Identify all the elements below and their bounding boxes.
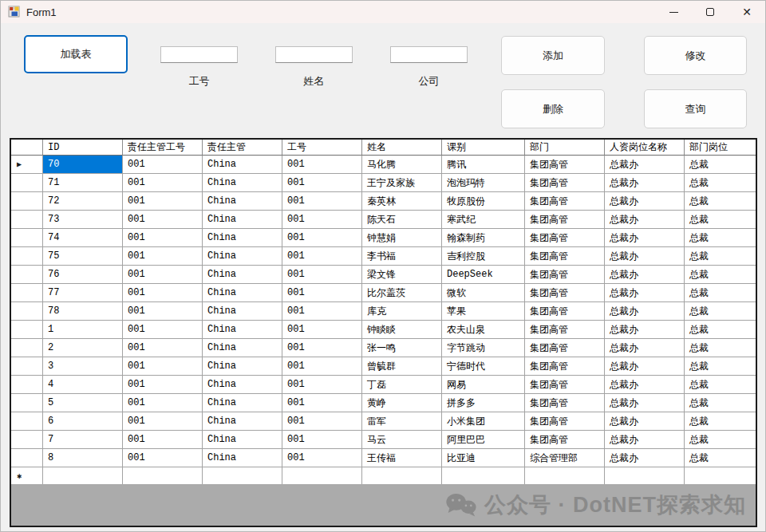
grid-cell[interactable]: 001 — [123, 229, 203, 247]
table-row[interactable]: 2001China001张一鸣字节跳动集团高管总裁办总裁 — [11, 339, 756, 357]
grid-cell[interactable]: 总裁 — [685, 229, 756, 247]
grid-cell[interactable] — [123, 467, 203, 486]
table-row[interactable]: 73001China001陈天石寒武纪集团高管总裁办总裁 — [11, 211, 756, 229]
grid-cell[interactable]: 苹果 — [442, 302, 525, 321]
grid-cell[interactable]: 001 — [123, 266, 203, 284]
grid-cell[interactable]: 001 — [282, 412, 362, 431]
grid-cell[interactable]: 总裁办 — [605, 357, 685, 376]
grid-cell[interactable]: 宁德时代 — [442, 357, 525, 376]
grid-cell[interactable]: 001 — [282, 284, 362, 302]
grid-cell[interactable]: 7 — [43, 431, 123, 449]
grid-cell[interactable]: 总裁 — [685, 394, 756, 412]
grid-cell[interactable]: 001 — [123, 394, 203, 412]
table-row[interactable]: 1001China001钟睒睒农夫山泉集团高管总裁办总裁 — [11, 321, 756, 339]
grid-cell[interactable]: 001 — [282, 192, 362, 211]
grid-cell[interactable]: 77 — [43, 284, 123, 302]
row-header[interactable] — [11, 266, 43, 284]
grid-cell[interactable]: 总裁 — [685, 192, 756, 211]
grid-cell[interactable]: 001 — [123, 174, 203, 192]
grid-cell[interactable]: 总裁办 — [605, 339, 685, 357]
company-input[interactable] — [390, 46, 468, 63]
grid-cell[interactable] — [362, 467, 442, 486]
row-header[interactable] — [11, 431, 43, 449]
grid-cell[interactable]: 集团高管 — [525, 247, 605, 266]
row-header[interactable] — [11, 247, 43, 266]
grid-cell[interactable] — [43, 467, 123, 486]
query-button[interactable]: 查询 — [644, 89, 747, 128]
row-header[interactable] — [11, 192, 43, 211]
row-header[interactable] — [11, 284, 43, 302]
grid-cell[interactable]: 001 — [282, 357, 362, 376]
grid-cell[interactable]: 集团高管 — [525, 211, 605, 229]
grid-cell[interactable]: 总裁办 — [605, 247, 685, 266]
grid-cell[interactable]: 72 — [43, 192, 123, 211]
grid-cell[interactable]: China — [203, 192, 282, 211]
row-header[interactable]: ▶ — [11, 156, 43, 174]
grid-cell[interactable]: 总裁 — [685, 321, 756, 339]
grid-cell[interactable] — [605, 467, 685, 486]
grid-cell[interactable]: 总裁 — [685, 376, 756, 394]
grid-cell[interactable]: 王宁及家族 — [362, 174, 442, 192]
grid-cell[interactable]: 比亚迪 — [442, 449, 525, 467]
table-row[interactable]: 72001China001秦英林牧原股份集团高管总裁办总裁 — [11, 192, 756, 211]
table-row[interactable]: ▶70001China001马化腾腾讯集团高管总裁办总裁 — [11, 156, 756, 174]
grid-cell[interactable]: 001 — [282, 394, 362, 412]
load-table-button[interactable]: 加载表 — [24, 35, 128, 73]
grid-cell[interactable]: 总裁办 — [605, 284, 685, 302]
grid-cell[interactable]: 集团高管 — [525, 174, 605, 192]
grid-cell[interactable]: 总裁办 — [605, 321, 685, 339]
grid-cell[interactable]: 总裁 — [685, 247, 756, 266]
grid-cell[interactable]: 马化腾 — [362, 156, 442, 174]
table-row[interactable]: 74001China001钟慧娟翰森制药集团高管总裁办总裁 — [11, 229, 756, 247]
grid-cell[interactable]: 比尔盖茨 — [362, 284, 442, 302]
grid-cell[interactable]: 71 — [43, 174, 123, 192]
grid-cell[interactable]: 70 — [43, 156, 123, 174]
new-table-row[interactable]: ✱ — [11, 467, 756, 486]
grid-cell[interactable]: 5 — [43, 394, 123, 412]
grid-cell[interactable]: 001 — [282, 229, 362, 247]
table-row[interactable]: 5001China001黄峥拼多多集团高管总裁办总裁 — [11, 394, 756, 412]
grid-cell[interactable]: 综合管理部 — [525, 449, 605, 467]
row-header[interactable] — [11, 449, 43, 467]
grid-cell[interactable]: 泡泡玛特 — [442, 174, 525, 192]
grid-cell[interactable]: 74 — [43, 229, 123, 247]
grid-cell[interactable]: 001 — [282, 156, 362, 174]
row-header[interactable] — [11, 412, 43, 431]
grid-cell[interactable] — [525, 467, 605, 486]
grid-cell[interactable] — [442, 467, 525, 486]
close-button[interactable]: ✕ — [728, 1, 765, 23]
grid-cell[interactable]: 总裁 — [685, 211, 756, 229]
grid-cell[interactable]: China — [203, 284, 282, 302]
maximize-button[interactable] — [692, 1, 728, 23]
grid-cell[interactable]: 总裁办 — [605, 394, 685, 412]
table-row[interactable]: 7001China001马云阿里巴巴集团高管总裁办总裁 — [11, 431, 756, 449]
column-header-supervisor_no[interactable]: 责任主管工号 — [123, 140, 203, 156]
grid-cell[interactable]: 73 — [43, 211, 123, 229]
column-header-hr_pos[interactable]: 人资岗位名称 — [605, 140, 685, 156]
grid-cell[interactable]: 钟慧娟 — [362, 229, 442, 247]
grid-cell[interactable]: 001 — [282, 211, 362, 229]
grid-cell[interactable]: China — [203, 412, 282, 431]
grid-cell[interactable]: 总裁 — [685, 302, 756, 321]
grid-cell[interactable]: China — [203, 211, 282, 229]
row-header[interactable] — [11, 357, 43, 376]
grid-cell[interactable]: China — [203, 339, 282, 357]
grid-cell[interactable]: China — [203, 302, 282, 321]
grid-cell[interactable]: 总裁 — [685, 431, 756, 449]
grid-cell[interactable]: 曾毓群 — [362, 357, 442, 376]
grid-cell[interactable]: China — [203, 357, 282, 376]
grid-cell[interactable]: 总裁 — [685, 284, 756, 302]
grid-cell[interactable]: 001 — [123, 302, 203, 321]
grid-cell[interactable]: 总裁 — [685, 357, 756, 376]
grid-cell[interactable]: 总裁 — [685, 339, 756, 357]
grid-cell[interactable]: 翰森制药 — [442, 229, 525, 247]
row-header[interactable] — [11, 211, 43, 229]
grid-cell[interactable]: 寒武纪 — [442, 211, 525, 229]
grid-cell[interactable]: 001 — [282, 302, 362, 321]
grid-cell[interactable]: 001 — [123, 192, 203, 211]
column-header-dept[interactable]: 部门 — [525, 140, 605, 156]
grid-cell[interactable]: 总裁 — [685, 266, 756, 284]
grid-cell[interactable]: 001 — [282, 431, 362, 449]
grid-cell[interactable]: 李书福 — [362, 247, 442, 266]
grid-cell[interactable]: 集团高管 — [525, 229, 605, 247]
